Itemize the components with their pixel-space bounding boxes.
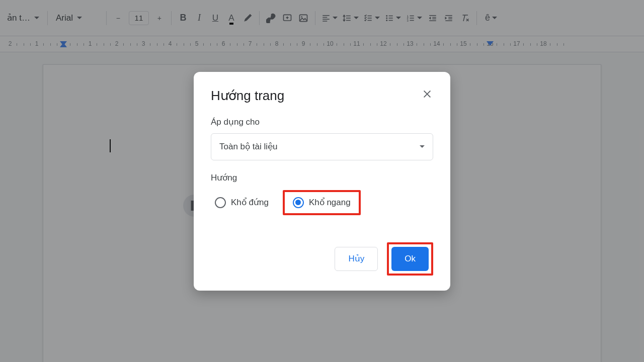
apply-to-select[interactable]: Toàn bộ tài liệu — [211, 133, 433, 160]
orientation-landscape-radio[interactable]: Khổ ngang — [289, 194, 355, 211]
modal-scrim[interactable]: Hướng trang Áp dụng cho Toàn bộ tài liệu… — [0, 0, 644, 362]
radio-checked-icon — [293, 197, 304, 208]
highlight-annotation: Khổ ngang — [283, 190, 361, 215]
portrait-label: Khổ đứng — [231, 197, 269, 208]
dialog-title: Hướng trang — [211, 88, 433, 104]
orientation-radio-group: Khổ đứng Khổ ngang — [211, 190, 433, 215]
apply-to-value: Toàn bộ tài liệu — [219, 141, 277, 152]
chevron-down-icon — [420, 145, 425, 148]
landscape-label: Khổ ngang — [309, 197, 351, 208]
orientation-label: Hướng — [211, 172, 433, 183]
close-button[interactable] — [419, 86, 435, 102]
apply-to-label: Áp dụng cho — [211, 117, 433, 127]
ok-label: Ok — [405, 254, 416, 264]
close-icon — [422, 89, 432, 99]
dialog-actions: Hủy Ok — [211, 242, 433, 276]
cancel-label: Hủy — [348, 253, 364, 264]
cancel-button[interactable]: Hủy — [335, 247, 378, 271]
orientation-portrait-radio[interactable]: Khổ đứng — [211, 194, 273, 211]
page-orientation-dialog: Hướng trang Áp dụng cho Toàn bộ tài liệu… — [194, 72, 450, 291]
radio-unchecked-icon — [215, 197, 226, 208]
highlight-annotation: Ok — [387, 242, 433, 276]
ok-button[interactable]: Ok — [391, 247, 429, 271]
